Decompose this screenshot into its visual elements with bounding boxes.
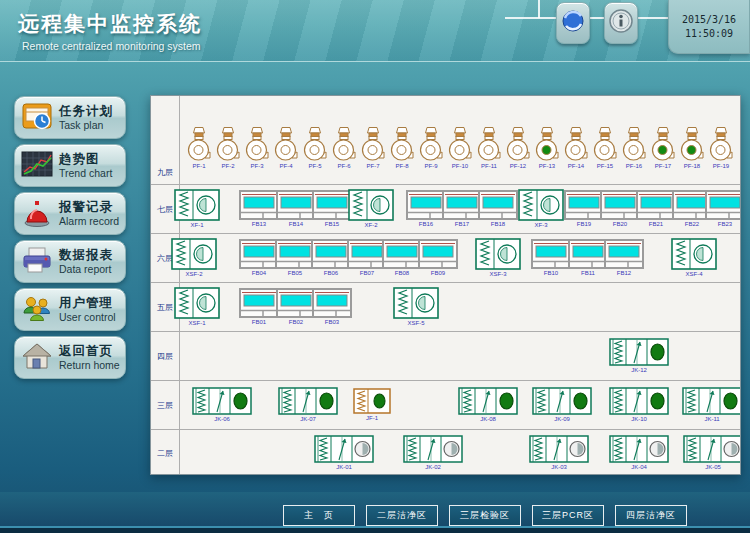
device-label: FB10: [544, 270, 558, 277]
footer-button-3[interactable]: 三层检验区: [449, 505, 521, 526]
device-XF-1[interactable]: XF-1: [174, 189, 220, 229]
device-FB02[interactable]: FB02: [276, 288, 316, 326]
device-JK-06[interactable]: JK-06: [192, 387, 252, 423]
device-PF-18[interactable]: PF-18: [680, 126, 704, 170]
device-PF-8[interactable]: PF-8: [390, 126, 414, 170]
device-FB20[interactable]: FB20: [600, 190, 640, 228]
device-JK-12[interactable]: JK-12: [609, 338, 669, 374]
device-label: PF-13: [539, 163, 555, 170]
footer-button-home[interactable]: 主 页: [283, 505, 355, 526]
fan-icon: [564, 126, 588, 162]
floor-row: 三层 JK-06 JK-07 JF-1 JK-08 JK-09 JK: [151, 380, 740, 429]
device-PF-12[interactable]: PF-12: [506, 126, 530, 170]
fan-coil-icon: [276, 190, 316, 220]
device-PF-13[interactable]: PF-13: [535, 126, 559, 170]
device-label: JK-12: [631, 367, 647, 374]
device-FB10[interactable]: FB10: [531, 239, 571, 277]
sidebar-item-trend-chart[interactable]: 趋势图Trend chart: [14, 144, 126, 187]
device-PF-1[interactable]: PF-1: [187, 126, 211, 170]
device-PF-16[interactable]: PF-16: [622, 126, 646, 170]
device-PF-11[interactable]: PF-11: [477, 126, 501, 170]
device-PF-6[interactable]: PF-6: [332, 126, 356, 170]
device-FB12[interactable]: FB12: [604, 239, 644, 277]
device-PF-9[interactable]: PF-9: [419, 126, 443, 170]
device-JK-08[interactable]: JK-08: [458, 387, 518, 423]
device-JK-02[interactable]: JK-02: [403, 435, 463, 471]
device-FB04[interactable]: FB04: [239, 239, 279, 277]
device-PF-3[interactable]: PF-3: [245, 126, 269, 170]
jf-unit-icon: [353, 388, 391, 414]
device-FB15[interactable]: FB15: [312, 190, 352, 228]
fan-icon: [390, 126, 414, 162]
fan-icon: [419, 126, 443, 162]
sidebar-item-return-home[interactable]: 返回首页Return home: [14, 336, 126, 379]
device-FB08[interactable]: FB08: [382, 239, 422, 277]
device-JK-01[interactable]: JK-01: [314, 435, 374, 471]
device-XSF-3[interactable]: XSF-3: [475, 238, 521, 278]
device-JK-03[interactable]: JK-03: [529, 435, 589, 471]
device-PF-17[interactable]: PF-17: [651, 126, 675, 170]
device-XSF-1[interactable]: XSF-1: [174, 287, 220, 327]
device-FB19[interactable]: FB19: [564, 190, 604, 228]
device-FB09[interactable]: FB09: [418, 239, 458, 277]
device-label: FB07: [360, 270, 374, 277]
device-JK-10[interactable]: JK-10: [609, 387, 669, 423]
device-FB01[interactable]: FB01: [239, 288, 279, 326]
device-FB14[interactable]: FB14: [276, 190, 316, 228]
sidebar-item-alarm-record[interactable]: 报警记录Alarm record: [14, 192, 126, 235]
device-FB18[interactable]: FB18: [478, 190, 518, 228]
device-label: FB12: [617, 270, 631, 277]
sidebar-item-task-plan[interactable]: 任务计划Task plan: [14, 96, 126, 139]
fan-icon: [477, 126, 501, 162]
device-JK-04[interactable]: JK-04: [609, 435, 669, 471]
device-JK-11[interactable]: JK-11: [682, 387, 741, 423]
device-JK-05[interactable]: JK-05: [683, 435, 741, 471]
sidebar-label-en: Alarm record: [59, 215, 119, 228]
footer-button-2[interactable]: 二层洁净区: [366, 505, 438, 526]
device-PF-14[interactable]: PF-14: [564, 126, 588, 170]
fan-coil-icon: [418, 239, 458, 269]
device-PF-4[interactable]: PF-4: [274, 126, 298, 170]
device-FB03[interactable]: FB03: [312, 288, 352, 326]
header-line-vertical: [538, 0, 540, 18]
device-PF-2[interactable]: PF-2: [216, 126, 240, 170]
device-FB07[interactable]: FB07: [347, 239, 387, 277]
device-PF-5[interactable]: PF-5: [303, 126, 327, 170]
ahu-icon: [518, 189, 564, 221]
device-XF-2[interactable]: XF-2: [348, 189, 394, 229]
device-XSF-5[interactable]: XSF-5: [393, 287, 439, 327]
device-label: PF-10: [452, 163, 468, 170]
sidebar-item-data-report[interactable]: 数据报表Data report: [14, 240, 126, 283]
device-FB21[interactable]: FB21: [636, 190, 676, 228]
device-JK-09[interactable]: JK-09: [532, 387, 592, 423]
device-XSF-4[interactable]: XSF-4: [671, 238, 717, 278]
sidebar-label-zh: 用户管理: [59, 296, 116, 311]
device-label: FB05: [288, 270, 302, 277]
device-PF-10[interactable]: PF-10: [448, 126, 472, 170]
sidebar-item-user-control[interactable]: 用户管理User control: [14, 288, 126, 331]
device-FB16[interactable]: FB16: [406, 190, 446, 228]
device-JK-07[interactable]: JK-07: [278, 387, 338, 423]
device-PF-19[interactable]: PF-19: [709, 126, 733, 170]
device-label: JK-05: [705, 464, 721, 471]
device-XF-3[interactable]: XF-3: [518, 189, 564, 229]
air-handler-icon: [192, 387, 252, 415]
ahu-icon: [393, 287, 439, 319]
device-JF-1[interactable]: JF-1: [353, 388, 391, 422]
device-XSF-2[interactable]: XSF-2: [171, 238, 217, 278]
device-label: XF-3: [534, 222, 547, 229]
fan-coil-icon: [604, 239, 644, 269]
device-label: JK-01: [336, 464, 352, 471]
footer-button-4[interactable]: 三层PCR区: [532, 505, 604, 526]
device-FB13[interactable]: FB13: [239, 190, 279, 228]
footer-button-5[interactable]: 四层洁净区: [615, 505, 687, 526]
device-FB17[interactable]: FB17: [442, 190, 482, 228]
device-FB23[interactable]: FB23: [705, 190, 741, 228]
device-FB11[interactable]: FB11: [568, 239, 608, 277]
device-PF-15[interactable]: PF-15: [593, 126, 617, 170]
device-FB05[interactable]: FB05: [275, 239, 315, 277]
sync-button[interactable]: [556, 2, 590, 44]
info-button[interactable]: [604, 2, 638, 44]
device-PF-7[interactable]: PF-7: [361, 126, 385, 170]
device-FB06[interactable]: FB06: [311, 239, 351, 277]
